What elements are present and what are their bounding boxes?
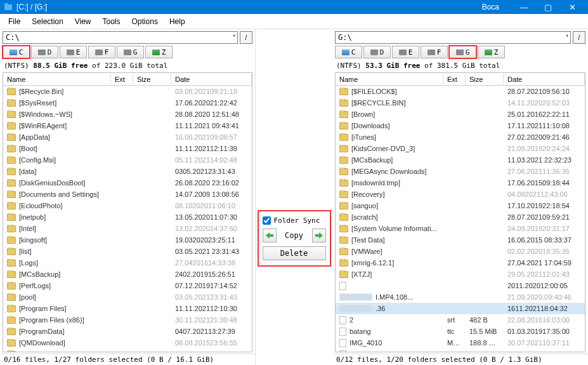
drive-button-c[interactable]: C <box>3 46 30 58</box>
list-item[interactable]: [Intel]13.02.202014:37:50 <box>3 223 252 234</box>
list-item[interactable]: [$Windows.~WS]28.08.2020 12:51:48 <box>3 109 252 120</box>
right-column-header[interactable]: Name Ext Size Date <box>336 73 585 86</box>
list-item[interactable]: [iTunes]27.02.202009:21:46 <box>336 131 585 143</box>
list-item[interactable]: [Recovery]04.08202112:43:06 <box>336 189 585 200</box>
list-item[interactable]: [Downloads]17.11.202111:10:08 <box>336 120 585 131</box>
minimize-button[interactable]: — <box>512 0 536 14</box>
list-item[interactable]: [MEGAsync Downloads]27.06.202111:36:35 <box>336 166 585 177</box>
list-item[interactable]: [XTZJ]29.05.202112:01:43 <box>336 269 585 280</box>
list-item[interactable]: 2011.202012:00:05 <box>336 280 585 291</box>
list-item[interactable]: [Brown]25.01.201622:22:11 <box>336 109 585 120</box>
copy-right-button[interactable] <box>312 229 326 242</box>
folder-icon <box>7 282 16 289</box>
menu-selection[interactable]: Selection <box>26 15 69 28</box>
list-item[interactable]: [AppData]16.06.202109:08:57 <box>3 131 252 143</box>
list-item[interactable]: [VMWare]02.02.202018:35:35 <box>336 246 585 257</box>
list-item[interactable]: [DiskGeniusDosBoot]26.08.2020 23:16:02 <box>3 177 252 189</box>
list-item[interactable]: IMG_4010MOV188.8 MiB30.07.202110:37:11 <box>336 337 585 348</box>
right-file-list[interactable]: [$FILELOCK$]28.07.202109:56:10[$RECYCLE.… <box>336 86 585 352</box>
drive-button-z[interactable]: Z <box>145 46 173 58</box>
list-item[interactable]: [xmrig-6.12.1]27.04.2021 17:04:59 <box>336 257 585 269</box>
list-item[interactable]: [sanguo]17.10.201922:18:54 <box>336 200 585 211</box>
list-item[interactable]: [data]0305.202123:31:43 <box>3 166 252 177</box>
list-item[interactable]: IMG_4010mp486.4 MiB30.07.202110:53:13 <box>336 348 585 352</box>
folder-sync-checkbox[interactable]: Folder Sync <box>263 216 326 225</box>
list-item[interactable]: batangttc15.5 MiB01.03.201917:35:00 <box>336 326 585 337</box>
list-item[interactable]: [PerfLogs]07.12.201917:14:52 <box>3 280 252 291</box>
folder-icon <box>339 202 348 209</box>
list-item[interactable]: [Program Files (x86)]30.11.202121:30:48 <box>3 314 252 326</box>
drive-button-g[interactable]: G <box>117 46 144 58</box>
folder-icon <box>339 191 348 198</box>
drive-icon <box>95 50 103 55</box>
folder-icon <box>7 157 16 164</box>
copy-left-button[interactable] <box>263 229 277 242</box>
drive-button-g[interactable]: G <box>449 46 476 58</box>
delete-button[interactable]: Delete <box>263 246 326 260</box>
list-item[interactable]: [Program Files]11.11.202112:10:30 <box>3 303 252 314</box>
list-item[interactable]: [list]03.05.2021 23:31:43 <box>3 246 252 257</box>
drive-button-c[interactable]: C <box>335 46 362 58</box>
drive-button-e[interactable]: E <box>60 46 87 58</box>
drive-button-f[interactable]: F <box>88 46 115 58</box>
menu-view[interactable]: View <box>69 15 97 28</box>
drive-button-d[interactable]: D <box>31 46 58 58</box>
left-path-input[interactable]: C:\ ▾ <box>3 31 238 44</box>
folder-icon <box>7 202 16 209</box>
list-item[interactable]: [Config.Msi]05.11.202114:02:48 <box>3 154 252 166</box>
list-item[interactable]: [Logs]27.04201614:33:38 <box>3 257 252 269</box>
list-item[interactable]: [MCsBackup]2402.201915:26:51 <box>3 269 252 280</box>
drive-button-f[interactable]: F <box>421 46 448 58</box>
list-item[interactable]: [kingsoft]19.03202023:25:11 <box>3 234 252 246</box>
list-item[interactable]: [$RECYCLE.BIN]14.11.202020:52:03 <box>336 97 585 109</box>
menu-options[interactable]: Options <box>126 15 164 28</box>
left-column-header[interactable]: Name Ext Size Date <box>3 73 252 86</box>
folder-sync-check[interactable] <box>263 216 271 225</box>
close-button[interactable]: ✕ <box>560 0 584 14</box>
left-root-button[interactable]: / <box>240 31 252 44</box>
list-item[interactable]: [Documents and Settings]14.07.2009 13:08… <box>3 189 252 200</box>
folder-icon <box>339 225 348 232</box>
list-item[interactable]: [Test Data]16.06.2015 08:33:37 <box>336 234 585 246</box>
chevron-down-icon[interactable]: ▾ <box>233 32 236 39</box>
folder-icon <box>339 111 348 118</box>
menu-help[interactable]: Help <box>164 15 191 28</box>
list-item[interactable]: [ProgramData]0407.202113:27:39 <box>3 326 252 337</box>
list-item[interactable]: [$SysReset]17.06.202021:22:42 <box>3 97 252 109</box>
drive-button-e[interactable]: E <box>392 46 419 58</box>
list-item[interactable]: [inetpub]13.05.202011:07:30 <box>3 211 252 223</box>
right-root-button[interactable]: / <box>573 31 585 44</box>
list-item[interactable]: [QMDownload]08.08.201523:56:55 <box>3 337 252 348</box>
list-item[interactable]: [msdownld.tmp]17.06.201509:18:44 <box>336 177 585 189</box>
right-path-input[interactable]: G:\ ▾ <box>335 31 571 44</box>
drive-button-z[interactable]: Z <box>478 46 505 58</box>
list-item[interactable]: [scratch]28.07.202109:59:21 <box>336 211 585 223</box>
folder-icon <box>339 168 348 175</box>
menubar: File Selection View Tools Options Help <box>0 14 588 29</box>
menu-file[interactable]: File <box>3 15 26 28</box>
left-file-list[interactable]: [$Recycle.Bin]03.08.202109:21:18[$SysRes… <box>3 86 252 352</box>
list-item[interactable]: [EcloudPhoto]08.10202011:06:10 <box>3 200 252 211</box>
folder-icon <box>7 340 16 347</box>
list-item[interactable]: [KidsCorner-DVD_3]21.09.201920:24:24 <box>336 143 585 154</box>
right-fs-info: (NTFS) 53.3 GiB free of 381.5 GiB total <box>332 60 588 71</box>
list-item[interactable]: [$WinREAgent]11.11.2021 09:43:41 <box>3 120 252 131</box>
list-item[interactable]: [MCsBackup]11.03.2021 22:32:23 <box>336 154 585 166</box>
folder-icon <box>7 317 16 324</box>
maximize-button[interactable]: ▢ <box>536 0 560 14</box>
folder-icon <box>339 271 348 278</box>
list-item[interactable]: [System Volume Informati...24.09.201920:… <box>336 223 585 234</box>
menu-tools[interactable]: Tools <box>97 15 126 28</box>
list-item[interactable]: I.MP4.108...21.09.2020.09:40:46 <box>336 291 585 303</box>
list-item[interactable]: 2srt482 B22.08.201616:03:00 <box>336 314 585 326</box>
list-item[interactable]: .361611.202118:04:32 <box>336 303 585 314</box>
folder-icon <box>339 180 348 187</box>
list-item[interactable]: [$Recycle.Bin]03.08.202109:21:18 <box>3 86 252 97</box>
drive-button-d[interactable]: D <box>363 46 391 58</box>
folder-icon <box>339 100 348 107</box>
list-item[interactable]: [Boot]11.11.202112:11:39 <box>3 143 252 154</box>
list-item[interactable]: [Recovery]1305.202011:53:06 <box>3 348 252 352</box>
list-item[interactable]: [pool]03.05.202123:31:43 <box>3 291 252 303</box>
list-item[interactable]: [$FILELOCK$]28.07.202109:56:10 <box>336 86 585 97</box>
chevron-down-icon[interactable]: ▾ <box>566 32 569 39</box>
